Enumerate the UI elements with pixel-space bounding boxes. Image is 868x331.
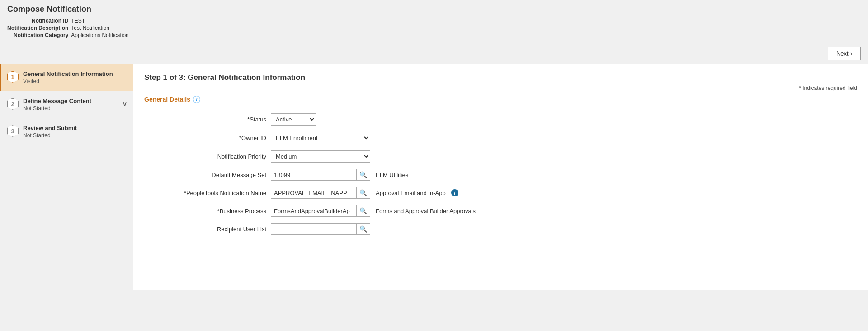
form-row-recipient: Recipient User List 🔍 xyxy=(162,223,569,235)
step-number-2: 2 xyxy=(7,98,19,110)
form-row-bizprocess: *Business Process 🔍 Forms and Approval B… xyxy=(162,205,569,217)
meta-label-desc: Notification Description xyxy=(7,25,71,32)
step-content-1: General Notification Information Visited xyxy=(23,70,127,84)
step-number-1: 1 xyxy=(7,71,19,83)
content-title: Step 1 of 3: General Notification Inform… xyxy=(144,73,857,82)
step-content-2: Define Message Content Not Started xyxy=(23,98,122,112)
meta-row-cat: Notification Category Applications Notif… xyxy=(7,32,129,39)
required-note: * Indicates required field xyxy=(144,85,857,91)
recipient-input[interactable] xyxy=(271,224,356,234)
msgset-label: Default Message Set xyxy=(162,172,271,178)
meta-value-id: TEST xyxy=(71,18,128,25)
priority-select[interactable]: Low Medium High xyxy=(271,150,370,163)
status-select[interactable]: Active Inactive xyxy=(271,113,316,126)
owner-control: ELM Enrollment xyxy=(271,132,370,144)
meta-value-cat: Applications Notification xyxy=(71,32,128,39)
step-title-1: General Notification Information xyxy=(23,70,127,77)
priority-label: Notification Priority xyxy=(162,153,271,160)
ptnotif-label: *PeopleTools Notification Name xyxy=(162,190,271,196)
recipient-search-button[interactable]: 🔍 xyxy=(356,224,370,234)
form-row-owner: *Owner ID ELM Enrollment xyxy=(162,132,569,144)
next-label: Next xyxy=(836,50,849,57)
page-wrapper: Compose Notification Notification ID TES… xyxy=(0,0,868,331)
recipient-label: Recipient User List xyxy=(162,226,271,233)
sidebar-step-1[interactable]: 1 General Notification Information Visit… xyxy=(0,64,133,91)
chevron-down-icon: ∨ xyxy=(122,99,127,108)
bizprocess-search-button[interactable]: 🔍 xyxy=(356,205,370,216)
sidebar: 1 General Notification Information Visit… xyxy=(0,64,133,290)
status-label: **StatusStatus xyxy=(162,116,271,123)
recipient-input-wrapper: 🔍 xyxy=(271,223,370,235)
page-title: Compose Notification xyxy=(7,5,861,14)
sidebar-step-3[interactable]: 3 Review and Submit Not Started xyxy=(0,118,133,145)
bizprocess-description: Forms and Approval Builder Approvals xyxy=(376,208,476,214)
status-required-star: * xyxy=(247,116,250,123)
meta-value-desc: Test Notification xyxy=(71,25,128,32)
priority-control: Low Medium High xyxy=(271,150,370,163)
form-row-status: **StatusStatus Active Inactive xyxy=(162,113,569,126)
next-chevron-icon: › xyxy=(850,50,852,57)
content-area: Step 1 of 3: General Notification Inform… xyxy=(133,64,868,290)
ptnotif-search-button[interactable]: 🔍 xyxy=(356,187,370,198)
meta-row-id: Notification ID TEST xyxy=(7,18,129,25)
recipient-control: 🔍 xyxy=(271,223,370,235)
main-layout: 1 General Notification Information Visit… xyxy=(0,64,868,290)
ptnotif-description: Approval Email and In-App xyxy=(376,190,446,196)
step-content-3: Review and Submit Not Started xyxy=(23,125,127,139)
section-info-icon[interactable]: i xyxy=(193,96,200,103)
msgset-input[interactable] xyxy=(271,170,356,180)
msgset-input-wrapper: 🔍 xyxy=(271,169,370,181)
msgset-search-button[interactable]: 🔍 xyxy=(356,169,370,180)
section-title: General Details xyxy=(144,96,190,103)
ptnotif-info-icon[interactable]: i xyxy=(451,189,458,196)
step-status-2: Not Started xyxy=(23,105,122,112)
bizprocess-label: *Business Process xyxy=(162,208,271,214)
bizprocess-control: 🔍 Forms and Approval Builder Approvals xyxy=(271,205,476,217)
bizprocess-input-wrapper: 🔍 xyxy=(271,205,370,217)
next-button[interactable]: Next › xyxy=(828,47,861,60)
bizprocess-input[interactable] xyxy=(271,206,356,216)
form-row-priority: Notification Priority Low Medium High xyxy=(162,150,569,163)
owner-label: *Owner ID xyxy=(162,135,271,141)
sidebar-step-2[interactable]: 2 Define Message Content Not Started ∨ xyxy=(0,91,133,118)
owner-select[interactable]: ELM Enrollment xyxy=(271,132,370,144)
ptnotif-control: 🔍 Approval Email and In-App i xyxy=(271,187,458,199)
form-row-msgset: Default Message Set 🔍 ELM Utilities xyxy=(162,169,569,181)
step-title-3: Review and Submit xyxy=(23,125,127,131)
page-header: Compose Notification Notification ID TES… xyxy=(0,0,868,43)
ptnotif-input-wrapper: 🔍 xyxy=(271,187,370,199)
section-header: General Details i xyxy=(144,96,857,107)
status-control: Active Inactive xyxy=(271,113,316,126)
next-btn-row: Next › xyxy=(0,43,868,64)
step-number-3: 3 xyxy=(7,125,19,137)
ptnotif-input[interactable] xyxy=(271,188,356,198)
msgset-description: ELM Utilities xyxy=(376,172,408,178)
step-status-3: Not Started xyxy=(23,132,127,139)
step-status-1: Visited xyxy=(23,78,127,84)
form-row-ptnotif: *PeopleTools Notification Name 🔍 Approva… xyxy=(162,187,569,199)
step-title-2: Define Message Content xyxy=(23,98,122,104)
msgset-control: 🔍 ELM Utilities xyxy=(271,169,408,181)
form-table: **StatusStatus Active Inactive *Owner ID xyxy=(162,113,569,235)
meta-row-desc: Notification Description Test Notificati… xyxy=(7,25,129,32)
meta-table: Notification ID TEST Notification Descri… xyxy=(7,18,129,39)
meta-label-cat: Notification Category xyxy=(7,32,71,39)
meta-label-id: Notification ID xyxy=(7,18,71,25)
